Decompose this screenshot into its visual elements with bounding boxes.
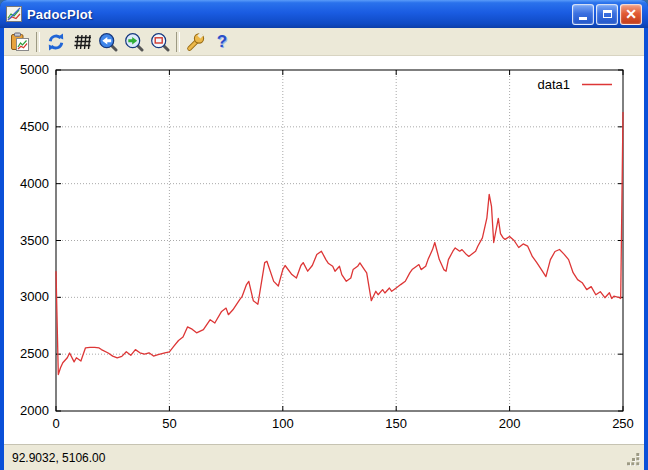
close-icon: ✕ (625, 7, 637, 21)
zoom-region-icon (150, 32, 170, 52)
cursor-position-readout: 92.9032, 5106.00 (12, 451, 105, 465)
y-tick-label: 3000 (20, 289, 49, 304)
wrench-icon (186, 32, 206, 52)
y-tick-label: 5000 (20, 62, 49, 77)
clipboard-chart-icon (10, 32, 30, 52)
toolbar-separator (36, 32, 40, 52)
zoom-next-button[interactable] (121, 29, 147, 54)
zoom-window-button[interactable] (147, 29, 173, 54)
refresh-button[interactable] (43, 29, 69, 54)
zoom-forward-icon (124, 32, 144, 52)
question-icon: ? (217, 33, 227, 50)
plot-border (56, 70, 623, 411)
title-bar[interactable]: PadocPlot ✕ (0, 0, 648, 28)
plot-region: 0501001502002502000250030003500400045005… (4, 56, 644, 444)
client-area: ? 05010015020025020002500300035004000450… (4, 28, 644, 466)
legend-label: data1 (537, 77, 570, 92)
x-tick-label: 250 (612, 416, 634, 431)
close-button[interactable]: ✕ (620, 4, 642, 25)
plot-canvas[interactable]: 0501001502002502000250030003500400045005… (4, 56, 644, 440)
copy-plot-button[interactable] (7, 29, 33, 54)
status-bar: 92.9032, 5106.00 (4, 444, 644, 470)
options-button[interactable] (183, 29, 209, 54)
y-tick-label: 4500 (20, 119, 49, 134)
x-tick-label: 100 (272, 416, 294, 431)
refresh-icon (46, 32, 66, 52)
resize-grip[interactable] (627, 453, 641, 467)
window-title: PadocPlot (27, 7, 92, 22)
minimize-icon (579, 17, 587, 20)
app-icon (6, 6, 22, 22)
help-button[interactable]: ? (209, 29, 235, 54)
data-series-line (56, 112, 623, 375)
window-controls: ✕ (570, 4, 642, 25)
toggle-grid-button[interactable] (69, 29, 95, 54)
app-window: PadocPlot ✕ (0, 0, 648, 470)
x-tick-label: 0 (52, 416, 59, 431)
grid-icon (72, 32, 92, 52)
minimize-button[interactable] (572, 4, 594, 25)
maximize-button[interactable] (596, 4, 618, 25)
x-tick-label: 150 (385, 416, 407, 431)
y-tick-label: 2500 (20, 346, 49, 361)
x-tick-label: 200 (499, 416, 521, 431)
maximize-icon (603, 10, 612, 18)
y-tick-label: 2000 (20, 403, 49, 418)
toolbar-separator (176, 32, 180, 52)
zoom-back-icon (98, 32, 118, 52)
x-tick-label: 50 (162, 416, 176, 431)
zoom-previous-button[interactable] (95, 29, 121, 54)
y-tick-label: 4000 (20, 176, 49, 191)
y-tick-label: 3500 (20, 233, 49, 248)
toolbar: ? (4, 28, 644, 56)
